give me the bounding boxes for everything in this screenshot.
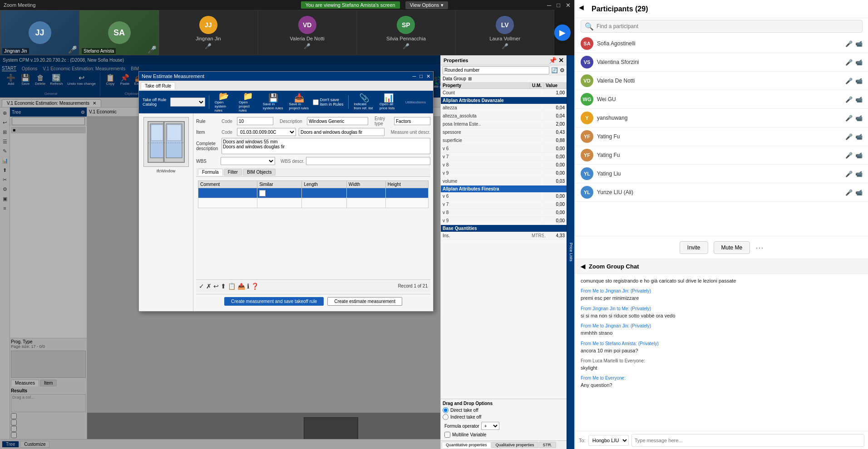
open-all-price-lists-button[interactable]: 📊 Open all price lists bbox=[378, 93, 400, 111]
v9-dav-unit bbox=[530, 173, 544, 174]
sofia-mic-icon[interactable]: 🎤 bbox=[845, 40, 853, 47]
indirect-takeoff-radio[interactable] bbox=[443, 414, 449, 420]
item-desc-input[interactable] bbox=[299, 128, 385, 136]
yan-video-icon[interactable]: 📹 bbox=[855, 115, 863, 122]
indicate-from-ref-label: Indicate from ref. list bbox=[354, 102, 374, 110]
wei-mic-icon[interactable]: 🎤 bbox=[845, 96, 853, 103]
video-tile-jingnan: JJ Jingnan Jin 🎤 bbox=[0, 10, 79, 55]
mic-muted-valeria: 🎤 bbox=[304, 43, 311, 49]
viewing-text: You are viewing Stefano Amista's screen bbox=[301, 1, 400, 9]
wbs-desc-input[interactable] bbox=[306, 157, 430, 165]
qualitative-properties-tab[interactable]: Qualitative properties bbox=[492, 442, 538, 448]
next-video-button[interactable]: ▶ bbox=[554, 24, 571, 41]
footer-info-icon[interactable]: ℹ bbox=[247, 283, 249, 290]
props-pin-icon[interactable]: 📌 bbox=[549, 57, 557, 64]
valentina-video-icon[interactable]: 📹 bbox=[855, 59, 863, 66]
footer-export-icon[interactable]: 📤 bbox=[237, 283, 245, 290]
yating2-video-icon[interactable]: 📹 bbox=[855, 152, 863, 159]
save-project-rules-button[interactable]: 📥 Save in project rules bbox=[287, 93, 311, 111]
chat-sender-7: From Me to Everyone: bbox=[581, 375, 863, 381]
panel-collapse-icon[interactable]: ◀ bbox=[579, 4, 584, 11]
quantitative-properties-tab[interactable]: Quantitative properties bbox=[442, 442, 491, 448]
valentina-mic-icon[interactable]: 🎤 bbox=[845, 59, 853, 66]
chat-header: ◀ Zoom Group Chat bbox=[575, 259, 868, 274]
minimize-icon[interactable]: ─ bbox=[547, 2, 551, 9]
footer-up-icon[interactable]: ⬆ bbox=[221, 283, 226, 290]
dialog-close-icon[interactable]: ✕ bbox=[426, 73, 430, 79]
avatar-valeria: VD bbox=[298, 16, 316, 34]
allplan-finestra-section[interactable]: Allplan Attributes Finestra bbox=[441, 185, 567, 192]
direct-takeoff-radio[interactable] bbox=[443, 407, 449, 413]
participants-search-input[interactable] bbox=[597, 23, 858, 29]
props-refresh-icon[interactable]: 🔄 bbox=[551, 67, 558, 73]
open-project-rules-button[interactable]: 📁 Open project rules bbox=[237, 91, 259, 113]
footer-undo-icon[interactable]: ↩ bbox=[213, 283, 219, 290]
name-yating-1: Yating Fu bbox=[597, 133, 842, 140]
view-options-label: View Options bbox=[410, 2, 439, 8]
entry-type-input[interactable] bbox=[394, 117, 430, 125]
price-list-sidebar[interactable]: Price Lists bbox=[567, 55, 575, 449]
participant-yan: Y yanshuwang 🎤 📹 bbox=[575, 109, 868, 127]
filter-tab[interactable]: Filter bbox=[224, 169, 242, 176]
open-system-rules-button[interactable]: 📂 Open system rules bbox=[213, 91, 235, 113]
yating1-video-icon[interactable]: 📹 bbox=[855, 133, 863, 140]
dialog-maximize-icon[interactable]: □ bbox=[419, 73, 423, 79]
rule-code-input[interactable] bbox=[237, 117, 273, 125]
dialog-minimize-icon[interactable]: ─ bbox=[413, 73, 416, 79]
chat-text-input[interactable] bbox=[631, 434, 864, 447]
chat-collapse-icon[interactable]: ◀ bbox=[581, 263, 585, 270]
catalog-select[interactable] bbox=[170, 98, 205, 107]
sofia-video-icon[interactable]: 📹 bbox=[855, 40, 863, 47]
str-tab[interactable]: STR. bbox=[539, 442, 557, 448]
rounded-number-input[interactable] bbox=[443, 66, 549, 74]
edit-btn-1[interactable]: ✏ bbox=[259, 190, 266, 196]
table-row-1[interactable]: ✏ bbox=[198, 188, 429, 198]
takeoff-rule-tab[interactable]: Take off Rule bbox=[141, 82, 175, 89]
yating-liu-mic-icon[interactable]: 🎤 bbox=[845, 171, 853, 177]
dont-save-checkbox[interactable] bbox=[313, 99, 319, 105]
view-options-button[interactable]: View Options ▾ bbox=[405, 1, 449, 9]
close-icon[interactable]: ✕ bbox=[566, 2, 571, 9]
props-settings-icon[interactable]: ⚙ bbox=[560, 67, 565, 73]
altezza-key: altezza bbox=[441, 105, 530, 111]
participants-search-bar: 🔍 bbox=[581, 20, 863, 33]
rule-desc-input[interactable] bbox=[307, 117, 368, 125]
indicate-from-ref-button[interactable]: 📎 Indicate from ref. list bbox=[352, 93, 376, 111]
formula-operator-select[interactable]: + bbox=[481, 422, 499, 430]
props-header-controls: 📌 ✕ bbox=[549, 57, 564, 64]
footer-help-icon[interactable]: ❓ bbox=[251, 283, 259, 290]
yunze-video-icon[interactable]: 📹 bbox=[855, 189, 863, 196]
item-code-select[interactable]: 01.03.00.009.00C bbox=[237, 128, 296, 136]
chat-to-select[interactable]: Hongbo LIU bbox=[588, 435, 629, 446]
base-quantities-section[interactable]: Base Quantities bbox=[441, 225, 567, 232]
yating1-mic-icon[interactable]: 🎤 bbox=[845, 133, 853, 140]
ins-key: Ins. bbox=[441, 233, 530, 239]
footer-check-icon[interactable]: ✓ bbox=[199, 283, 204, 290]
create-with-rule-button[interactable]: Create measurement and save takeoff rule bbox=[224, 297, 324, 306]
yating2-mic-icon[interactable]: 🎤 bbox=[845, 152, 853, 159]
wbs-select[interactable] bbox=[221, 157, 275, 165]
formula-tab[interactable]: Formula bbox=[198, 169, 223, 176]
col-height: Height bbox=[385, 181, 428, 188]
count-unit bbox=[530, 93, 544, 93]
mute-me-button[interactable]: Mute Me bbox=[714, 241, 750, 254]
valeria-mic-icon[interactable]: 🎤 bbox=[845, 78, 853, 84]
footer-clipboard-icon[interactable]: 📋 bbox=[228, 283, 236, 290]
invite-button[interactable]: Invite bbox=[680, 241, 708, 254]
props-close-icon[interactable]: ✕ bbox=[558, 57, 564, 64]
yunze-mic-icon[interactable]: 🎤 bbox=[845, 189, 853, 196]
create-estimate-button[interactable]: Create estimate measurement bbox=[327, 297, 402, 306]
footer-cancel-icon[interactable]: ✗ bbox=[206, 283, 212, 290]
valeria-video-icon[interactable]: 📹 bbox=[855, 78, 863, 84]
complete-desc-textarea[interactable]: Doors and windows 55 mm Doors and window… bbox=[222, 138, 430, 154]
maximize-icon[interactable]: □ bbox=[557, 2, 560, 9]
wei-video-icon[interactable]: 📹 bbox=[855, 96, 863, 103]
participants-more-icon[interactable]: ⋯ bbox=[755, 243, 764, 253]
multiline-variable-checkbox[interactable] bbox=[444, 432, 450, 438]
yating-liu-video-icon[interactable]: 📹 bbox=[855, 171, 863, 177]
data-group-expand-icon[interactable]: ⊞ bbox=[468, 76, 472, 81]
allplan-davanzale-section[interactable]: Allplan Attributes Davanzale bbox=[441, 97, 567, 104]
save-system-rules-button[interactable]: 💾 Save in system rules bbox=[261, 93, 286, 111]
yan-mic-icon[interactable]: 🎤 bbox=[845, 115, 853, 122]
bim-objects-tab[interactable]: BIM Objects bbox=[243, 169, 276, 176]
